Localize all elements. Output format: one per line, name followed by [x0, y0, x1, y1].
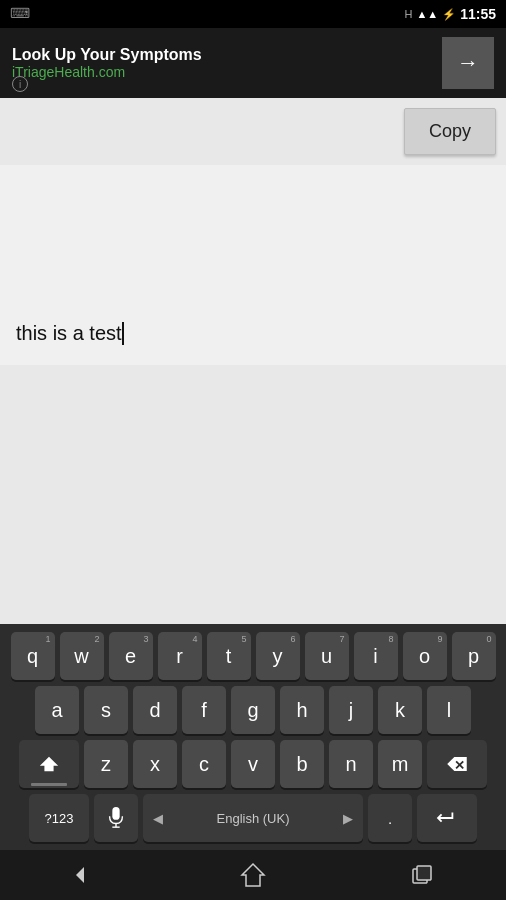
ad-arrow-button[interactable]: →	[442, 37, 494, 89]
key-s[interactable]: s	[84, 686, 128, 734]
ad-arrow-icon: →	[457, 50, 479, 76]
key-q[interactable]: 1q	[11, 632, 55, 680]
nav-bar	[0, 850, 506, 900]
key-v[interactable]: v	[231, 740, 275, 788]
keyboard-status-icon: ⌨	[10, 4, 36, 22]
key-y[interactable]: 6y	[256, 632, 300, 680]
keyboard: 1q 2w 3e 4r 5t 6y 7u 8i 9o 0p a s d f g …	[0, 624, 506, 850]
key-d[interactable]: d	[133, 686, 177, 734]
key-u[interactable]: 7u	[305, 632, 349, 680]
key-l[interactable]: l	[427, 686, 471, 734]
key-p[interactable]: 0p	[452, 632, 496, 680]
key-b[interactable]: b	[280, 740, 324, 788]
svg-marker-0	[40, 757, 58, 772]
status-icons: H ▲▲ ⚡ 11:55	[404, 6, 496, 22]
toolbar-area: Copy	[0, 98, 506, 165]
key-i[interactable]: 8i	[354, 632, 398, 680]
key-z[interactable]: z	[84, 740, 128, 788]
key-x[interactable]: x	[133, 740, 177, 788]
keyboard-row-1: 1q 2w 3e 4r 5t 6y 7u 8i 9o 0p	[4, 632, 502, 680]
period-key[interactable]: .	[368, 794, 412, 842]
status-bar: ⌨ H ▲▲ ⚡ 11:55	[0, 0, 506, 28]
keyboard-row-4: ?123 ◀ English (UK) ▶ .	[4, 794, 502, 842]
arrow-left-icon: ◀	[153, 811, 163, 826]
arrow-right-icon: ▶	[343, 811, 353, 826]
key-o[interactable]: 9o	[403, 632, 447, 680]
ad-banner[interactable]: Look Up Your Symptoms iTriageHealth.com …	[0, 28, 506, 98]
ad-title: Look Up Your Symptoms	[12, 46, 202, 64]
ad-content: Look Up Your Symptoms iTriageHealth.com	[12, 46, 202, 80]
space-key[interactable]: ◀ English (UK) ▶	[143, 794, 363, 842]
num-switch-key[interactable]: ?123	[29, 794, 89, 842]
ad-info-icon: i	[12, 76, 28, 92]
recents-button[interactable]	[392, 855, 452, 895]
mic-key[interactable]	[94, 794, 138, 842]
key-h[interactable]: h	[280, 686, 324, 734]
keyboard-row-3: z x c v b n m	[4, 740, 502, 788]
key-f[interactable]: f	[182, 686, 226, 734]
svg-marker-8	[242, 864, 264, 886]
language-label: English (UK)	[217, 811, 290, 826]
text-input-value[interactable]: this is a test	[16, 322, 124, 345]
key-a[interactable]: a	[35, 686, 79, 734]
text-input-area[interactable]: this is a test	[0, 165, 506, 365]
signal-bars: ▲▲	[416, 8, 438, 20]
signal-icon: H	[404, 8, 412, 20]
ad-url: iTriageHealth.com	[12, 64, 202, 80]
keyboard-row-2: a s d f g h j k l	[4, 686, 502, 734]
shift-key[interactable]	[19, 740, 79, 788]
back-button[interactable]	[54, 855, 114, 895]
svg-marker-1	[447, 757, 467, 771]
key-w[interactable]: 2w	[60, 632, 104, 680]
svg-rect-4	[112, 807, 119, 820]
backspace-key[interactable]	[427, 740, 487, 788]
copy-button[interactable]: Copy	[404, 108, 496, 155]
time-display: 11:55	[460, 6, 496, 22]
home-button[interactable]	[223, 855, 283, 895]
key-g[interactable]: g	[231, 686, 275, 734]
battery-icon: ⚡	[442, 8, 456, 21]
key-m[interactable]: m	[378, 740, 422, 788]
key-k[interactable]: k	[378, 686, 422, 734]
key-e[interactable]: 3e	[109, 632, 153, 680]
key-r[interactable]: 4r	[158, 632, 202, 680]
enter-key[interactable]	[417, 794, 477, 842]
key-c[interactable]: c	[182, 740, 226, 788]
key-t[interactable]: 5t	[207, 632, 251, 680]
svg-marker-7	[76, 867, 84, 883]
svg-rect-10	[417, 866, 431, 880]
key-j[interactable]: j	[329, 686, 373, 734]
key-n[interactable]: n	[329, 740, 373, 788]
